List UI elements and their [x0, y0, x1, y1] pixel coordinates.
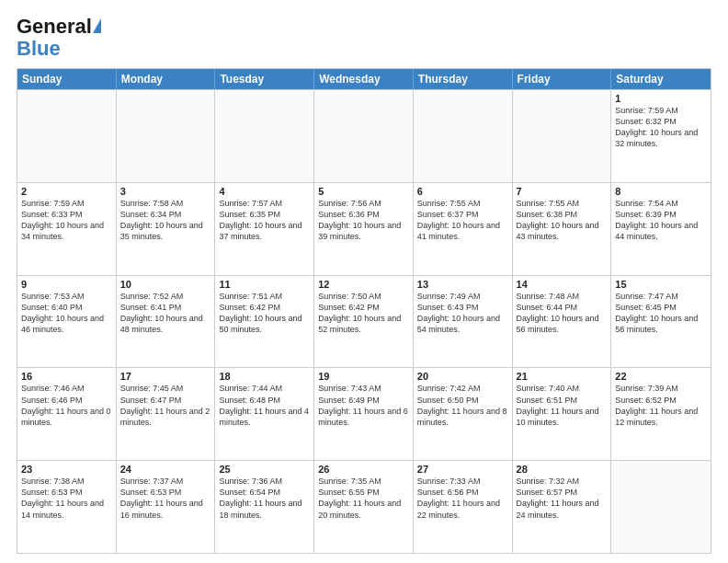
day-number: 13: [417, 279, 508, 290]
cell-info: Sunrise: 7:39 AM Sunset: 6:52 PM Dayligh…: [615, 383, 707, 428]
weekday-header-thursday: Thursday: [414, 69, 513, 89]
cal-cell: 17Sunrise: 7:45 AM Sunset: 6:47 PM Dayli…: [117, 368, 216, 460]
week-row-2: 2Sunrise: 7:59 AM Sunset: 6:33 PM Daylig…: [17, 182, 711, 275]
cal-cell: 25Sunrise: 7:36 AM Sunset: 6:54 PM Dayli…: [215, 461, 314, 553]
cal-cell: 1Sunrise: 7:59 AM Sunset: 6:32 PM Daylig…: [611, 90, 711, 182]
cal-cell: 11Sunrise: 7:51 AM Sunset: 6:42 PM Dayli…: [215, 276, 314, 368]
weekday-header-sunday: Sunday: [17, 69, 117, 89]
weekday-header-saturday: Saturday: [611, 69, 711, 89]
cell-info: Sunrise: 7:53 AM Sunset: 6:40 PM Dayligh…: [21, 291, 112, 336]
logo-general: General: [17, 17, 92, 37]
logo: General Blue: [17, 17, 101, 61]
cal-cell: 12Sunrise: 7:50 AM Sunset: 6:42 PM Dayli…: [314, 276, 414, 368]
day-number: 1: [615, 93, 707, 104]
cell-info: Sunrise: 7:42 AM Sunset: 6:50 PM Dayligh…: [417, 383, 508, 428]
cal-cell: 9Sunrise: 7:53 AM Sunset: 6:40 PM Daylig…: [17, 276, 117, 368]
cal-cell: 18Sunrise: 7:44 AM Sunset: 6:48 PM Dayli…: [215, 368, 314, 460]
cal-cell: 19Sunrise: 7:43 AM Sunset: 6:49 PM Dayli…: [314, 368, 414, 460]
logo-blue: Blue: [17, 37, 61, 61]
cal-cell: 28Sunrise: 7:32 AM Sunset: 6:57 PM Dayli…: [513, 461, 612, 553]
cell-info: Sunrise: 7:51 AM Sunset: 6:42 PM Dayligh…: [219, 291, 310, 336]
cell-info: Sunrise: 7:35 AM Sunset: 6:55 PM Dayligh…: [318, 476, 409, 521]
cell-info: Sunrise: 7:59 AM Sunset: 6:32 PM Dayligh…: [615, 105, 707, 150]
cell-info: Sunrise: 7:47 AM Sunset: 6:45 PM Dayligh…: [615, 291, 707, 336]
day-number: 16: [21, 371, 112, 382]
day-number: 7: [517, 186, 608, 197]
cell-info: Sunrise: 7:43 AM Sunset: 6:49 PM Dayligh…: [318, 383, 409, 428]
cell-info: Sunrise: 7:49 AM Sunset: 6:43 PM Dayligh…: [417, 291, 508, 336]
cell-info: Sunrise: 7:46 AM Sunset: 6:46 PM Dayligh…: [21, 383, 112, 428]
cell-info: Sunrise: 7:52 AM Sunset: 6:41 PM Dayligh…: [120, 291, 211, 336]
day-number: 15: [615, 279, 707, 290]
cal-cell: 16Sunrise: 7:46 AM Sunset: 6:46 PM Dayli…: [17, 368, 117, 460]
cal-cell: 27Sunrise: 7:33 AM Sunset: 6:56 PM Dayli…: [414, 461, 513, 553]
cell-info: Sunrise: 7:54 AM Sunset: 6:39 PM Dayligh…: [615, 198, 707, 243]
day-number: 11: [219, 279, 310, 290]
day-number: 19: [318, 371, 409, 382]
day-number: 24: [120, 464, 211, 475]
cal-cell: 21Sunrise: 7:40 AM Sunset: 6:51 PM Dayli…: [513, 368, 612, 460]
day-number: 14: [517, 279, 608, 290]
cal-cell: 22Sunrise: 7:39 AM Sunset: 6:52 PM Dayli…: [611, 368, 711, 460]
cal-cell: [117, 90, 216, 182]
cal-cell: 13Sunrise: 7:49 AM Sunset: 6:43 PM Dayli…: [414, 276, 513, 368]
cal-cell: [414, 90, 513, 182]
day-number: 6: [417, 186, 508, 197]
cal-cell: [215, 90, 314, 182]
day-number: 10: [120, 279, 211, 290]
calendar-body: 1Sunrise: 7:59 AM Sunset: 6:32 PM Daylig…: [17, 89, 711, 553]
cell-info: Sunrise: 7:37 AM Sunset: 6:53 PM Dayligh…: [120, 476, 211, 521]
day-number: 8: [615, 186, 707, 197]
cal-cell: 10Sunrise: 7:52 AM Sunset: 6:41 PM Dayli…: [117, 276, 216, 368]
cell-info: Sunrise: 7:32 AM Sunset: 6:57 PM Dayligh…: [517, 476, 608, 521]
cal-cell: 4Sunrise: 7:57 AM Sunset: 6:35 PM Daylig…: [215, 183, 314, 275]
day-number: 20: [417, 371, 508, 382]
day-number: 9: [21, 279, 112, 290]
cal-cell: [513, 90, 612, 182]
weekday-header-monday: Monday: [117, 69, 216, 89]
cal-cell: 7Sunrise: 7:55 AM Sunset: 6:38 PM Daylig…: [513, 183, 612, 275]
day-number: 3: [120, 186, 211, 197]
cal-cell: 26Sunrise: 7:35 AM Sunset: 6:55 PM Dayli…: [314, 461, 414, 553]
week-row-4: 16Sunrise: 7:46 AM Sunset: 6:46 PM Dayli…: [17, 367, 711, 460]
logo-triangle-icon: [93, 18, 101, 33]
day-number: 17: [120, 371, 211, 382]
cal-cell: 23Sunrise: 7:38 AM Sunset: 6:53 PM Dayli…: [17, 461, 117, 553]
cal-cell: 5Sunrise: 7:56 AM Sunset: 6:36 PM Daylig…: [314, 183, 414, 275]
cal-cell: 15Sunrise: 7:47 AM Sunset: 6:45 PM Dayli…: [611, 276, 711, 368]
day-number: 23: [21, 464, 112, 475]
cell-info: Sunrise: 7:59 AM Sunset: 6:33 PM Dayligh…: [21, 198, 112, 243]
cal-cell: 14Sunrise: 7:48 AM Sunset: 6:44 PM Dayli…: [513, 276, 612, 368]
cal-cell: 8Sunrise: 7:54 AM Sunset: 6:39 PM Daylig…: [611, 183, 711, 275]
weekday-header-friday: Friday: [513, 69, 612, 89]
cell-info: Sunrise: 7:33 AM Sunset: 6:56 PM Dayligh…: [417, 476, 508, 521]
cell-info: Sunrise: 7:36 AM Sunset: 6:54 PM Dayligh…: [219, 476, 310, 521]
day-number: 21: [517, 371, 608, 382]
day-number: 18: [219, 371, 310, 382]
cal-cell: 6Sunrise: 7:55 AM Sunset: 6:37 PM Daylig…: [414, 183, 513, 275]
calendar-header-row: SundayMondayTuesdayWednesdayThursdayFrid…: [17, 69, 711, 89]
cal-cell: 20Sunrise: 7:42 AM Sunset: 6:50 PM Dayli…: [414, 368, 513, 460]
cal-cell: [17, 90, 117, 182]
week-row-3: 9Sunrise: 7:53 AM Sunset: 6:40 PM Daylig…: [17, 275, 711, 368]
page: General Blue SundayMondayTuesdayWednesda…: [0, 0, 728, 563]
cell-info: Sunrise: 7:56 AM Sunset: 6:36 PM Dayligh…: [318, 198, 409, 243]
calendar: SundayMondayTuesdayWednesdayThursdayFrid…: [17, 68, 711, 554]
cell-info: Sunrise: 7:58 AM Sunset: 6:34 PM Dayligh…: [120, 198, 211, 243]
cal-cell: 2Sunrise: 7:59 AM Sunset: 6:33 PM Daylig…: [17, 183, 117, 275]
week-row-1: 1Sunrise: 7:59 AM Sunset: 6:32 PM Daylig…: [17, 89, 711, 182]
cell-info: Sunrise: 7:38 AM Sunset: 6:53 PM Dayligh…: [21, 476, 112, 521]
day-number: 26: [318, 464, 409, 475]
cal-cell: [314, 90, 414, 182]
cell-info: Sunrise: 7:55 AM Sunset: 6:37 PM Dayligh…: [417, 198, 508, 243]
day-number: 28: [517, 464, 608, 475]
cell-info: Sunrise: 7:48 AM Sunset: 6:44 PM Dayligh…: [517, 291, 608, 336]
cal-cell: [611, 461, 711, 553]
weekday-header-wednesday: Wednesday: [314, 69, 414, 89]
header: General Blue: [17, 17, 711, 61]
cal-cell: 24Sunrise: 7:37 AM Sunset: 6:53 PM Dayli…: [117, 461, 216, 553]
day-number: 22: [615, 371, 707, 382]
cell-info: Sunrise: 7:45 AM Sunset: 6:47 PM Dayligh…: [120, 383, 211, 428]
day-number: 4: [219, 186, 310, 197]
cell-info: Sunrise: 7:57 AM Sunset: 6:35 PM Dayligh…: [219, 198, 310, 243]
